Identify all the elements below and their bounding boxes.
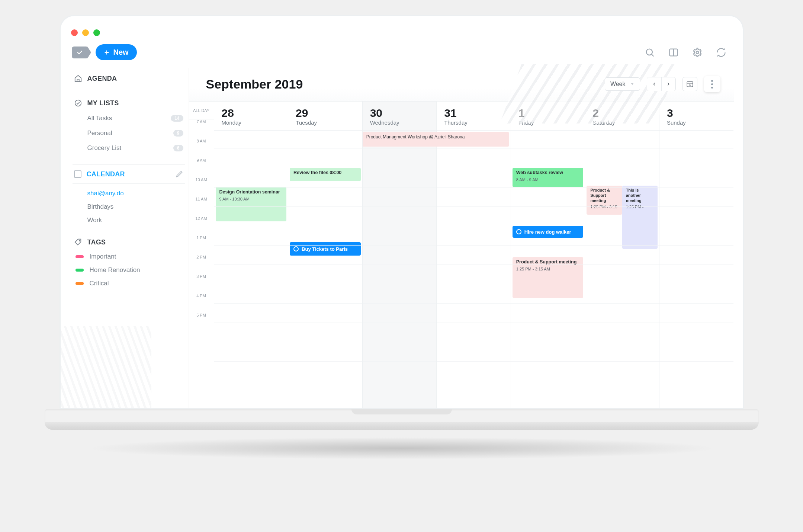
day-number: 28 [222,107,281,119]
sidebar-item-personal[interactable]: Personal 9 [73,126,185,141]
allday-cell[interactable] [288,131,362,148]
sidebar-item-grocery[interactable]: Grocery List 6 [73,141,185,156]
app-logo-icon[interactable] [72,47,87,58]
day-column-sat[interactable]: 2 Saturday Product & Support meeting 1:2… [585,102,659,408]
day-body[interactable] [437,148,511,408]
time-label: 7 AM [189,119,214,139]
event-time: 9 AM - 10:30 AM [219,197,284,201]
sidebar-agenda[interactable]: AGENDA [73,71,185,86]
day-column-wed[interactable]: 30 Wednesday Product Managment Workshop … [363,102,437,408]
day-header: 30 Wednesday [363,102,437,131]
allday-cell[interactable] [511,131,585,148]
sidebar-mylists[interactable]: MY LISTS [73,95,185,111]
tag-color-icon [76,269,84,272]
task-ring-icon [516,229,521,234]
event-review-files[interactable]: Review the files 08:00 [290,168,361,181]
allday-cell[interactable] [437,131,511,148]
calendar-day-icon: 6 [686,80,694,88]
sidebar-tags[interactable]: TAGS [73,234,185,250]
task-ring-icon [293,246,299,251]
event-time: 1:25 PM - 3:15 AM [516,267,581,271]
new-button[interactable]: New [96,44,137,60]
maximize-window-button[interactable] [93,29,100,36]
day-column-mon[interactable]: 28 Monday Design Orientation seminar 9 A… [214,102,289,408]
time-label: 5 PM [189,313,214,332]
event-time: 1:25 PM - 3:15 [590,205,619,209]
day-body[interactable]: Web subtasks review 8 AM - 9 AM Hire new… [511,148,585,408]
event-title: Buy Tickets to Paris [302,246,348,252]
time-label: 8 AM [189,139,214,158]
tag-important[interactable]: Important [73,250,185,263]
tags-icon [74,238,82,246]
calendar-header: September 2019 Week [189,68,734,101]
day-number: 1 [518,107,578,119]
event-title: This is another meeting [626,188,655,203]
allday-cell[interactable] [659,131,734,148]
pencil-icon[interactable] [175,170,183,178]
day-body[interactable]: Review the files 08:00 Buy Tickets to Pa… [288,148,362,408]
task-buy-tickets[interactable]: Buy Tickets to Paris [290,242,361,256]
close-window-button[interactable] [71,29,78,36]
time-label: 4 PM [189,294,214,313]
allday-cell[interactable]: Product Managment Workshop @ Azrieli Sha… [363,131,437,148]
today-button[interactable]: 6 [682,77,697,91]
day-of-week: Wednesday [370,119,429,126]
time-gutter: ALL DAY 7 AM 8 AM 9 AM 10 AM 11 AM 12 AM… [189,102,214,408]
day-header: 1 Friday [511,102,585,131]
day-body[interactable] [659,148,734,408]
day-column-sun[interactable]: 3 Sunday [659,102,734,408]
day-column-fri[interactable]: 1 Friday Web subtasks review 8 AM - 9 AM [511,102,585,408]
svg-point-3 [75,100,81,106]
svg-text:6: 6 [689,83,690,87]
allday-cell[interactable] [214,131,288,148]
task-dog-walker[interactable]: Hire new dog walker [513,226,584,238]
prev-week-button[interactable] [647,77,661,91]
tag-color-icon [76,282,84,285]
day-body[interactable] [363,148,437,408]
time-label: 10 AM [189,177,214,197]
sidebar-calendar-work[interactable]: Work [87,217,185,224]
sidebar-account[interactable]: shai@any.do [87,190,185,197]
time-label: 1 PM [189,235,214,255]
sidebar-item-all-tasks[interactable]: All Tasks 14 [73,111,185,126]
day-column-thu[interactable]: 31 Thursday [437,102,511,408]
view-selector[interactable]: Week [605,77,640,91]
week-nav [647,77,676,91]
search-icon[interactable] [645,47,655,58]
time-label: 11 AM [189,197,214,216]
day-header: 28 Monday [214,102,288,131]
calendar-grid[interactable]: ALL DAY 7 AM 8 AM 9 AM 10 AM 11 AM 12 AM… [189,101,734,408]
minimize-window-button[interactable] [82,29,89,36]
sync-icon[interactable] [716,47,726,58]
view-selector-label: Week [610,81,626,87]
list-count-badge: 6 [173,145,183,151]
day-header: 3 Sunday [659,102,734,131]
more-options-button[interactable] [704,76,720,92]
gear-icon[interactable] [692,47,703,58]
sidebar-mylists-label: MY LISTS [87,99,119,107]
sidebar-calendar[interactable]: CALENDAR [73,164,185,184]
tag-home-renovation[interactable]: Home Renovation [73,263,185,277]
allday-cell[interactable] [585,131,659,148]
event-another-meeting[interactable]: This is another meeting 1:25 PM - [622,186,658,249]
next-week-button[interactable] [661,77,675,91]
list-label: All Tasks [87,115,112,122]
day-number: 31 [444,107,503,119]
event-title: Web subtasks review [516,170,581,176]
svg-point-2 [696,51,698,54]
event-product-support-fri[interactable]: Product & Support meeting 1:25 PM - 3:15… [513,257,584,298]
tag-critical[interactable]: Critical [73,277,185,290]
event-web-subtasks[interactable]: Web subtasks review 8 AM - 9 AM [513,168,584,187]
calendar-pane: September 2019 Week [189,68,734,408]
sidebar-calendar-birthdays[interactable]: Birthdays [87,203,185,211]
day-column-tue[interactable]: 29 Tuesday Review the files 08:00 [288,102,363,408]
event-design-seminar[interactable]: Design Orientation seminar 9 AM - 10:30 … [216,187,287,221]
event-title: Design Orientation seminar [219,189,284,195]
tag-label: Critical [90,280,109,287]
day-body[interactable]: Design Orientation seminar 9 AM - 10:30 … [214,148,288,408]
list-label: Grocery List [87,144,122,152]
day-body[interactable]: Product & Support meeting 1:25 PM - 3:15… [585,148,659,408]
panels-icon[interactable] [668,47,679,58]
event-product-support-sat[interactable]: Product & Support meeting 1:25 PM - 3:15 [587,186,622,215]
day-number: 2 [592,107,652,119]
